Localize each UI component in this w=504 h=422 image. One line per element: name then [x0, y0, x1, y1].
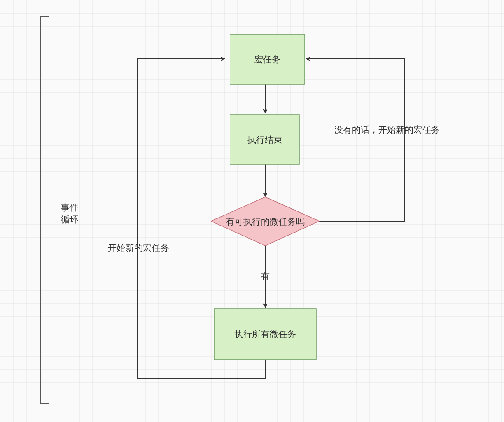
node-run-all-micro — [214, 309, 316, 360]
svg-marker-2 — [211, 197, 319, 246]
node-macro-task — [230, 34, 305, 84]
svg-rect-3 — [214, 309, 316, 360]
node-exec-done — [230, 115, 299, 164]
svg-rect-1 — [230, 115, 299, 164]
flowchart-canvas: 事件 循环 宏任务 执行结束 有可执行的微任务吗 执行所有微任务 有 没有的话，… — [0, 0, 504, 422]
node-has-microtask — [211, 197, 319, 246]
event-loop-bracket — [41, 17, 49, 403]
edge-decision-no — [306, 59, 405, 221]
svg-rect-0 — [230, 34, 305, 84]
